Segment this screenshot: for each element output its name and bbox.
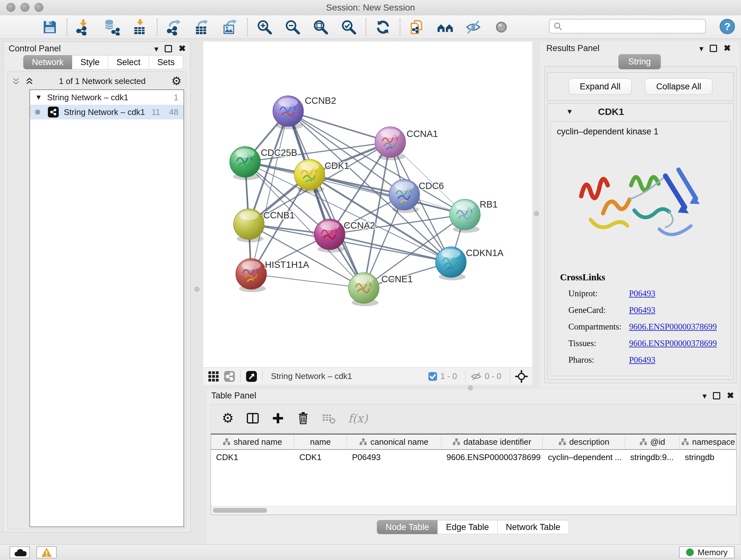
control-panel-close-icon[interactable]: ✖	[179, 44, 186, 53]
zoom-fit-button[interactable]	[307, 17, 335, 37]
zoom-out-button[interactable]	[279, 17, 307, 37]
table-cell[interactable]: 9606.ENSP00000378699	[441, 450, 543, 464]
network-collection-row[interactable]: ▼ String Network – cdk1 1	[30, 90, 184, 105]
network-edge[interactable]	[249, 224, 364, 288]
tab-string[interactable]: String	[618, 54, 661, 69]
crosslink-link[interactable]: 9606.ENSP00000378699	[629, 318, 717, 335]
results-panel-close-icon[interactable]: ✖	[724, 44, 731, 53]
tab-edge-table[interactable]: Edge Table	[437, 520, 497, 534]
bottom-splitter-handle[interactable]	[468, 385, 473, 390]
collapse-all-button[interactable]: Collapse All	[645, 78, 712, 95]
gene-expand-icon[interactable]: ▼	[566, 108, 573, 116]
network-node-CCNA1[interactable]	[375, 127, 406, 160]
expand-all-icon[interactable]	[25, 77, 33, 85]
memory-button[interactable]: Memory	[679, 546, 735, 558]
show-all-button[interactable]	[487, 17, 515, 37]
column-header[interactable]: description	[543, 435, 625, 449]
tab-network-table[interactable]: Network Table	[497, 520, 569, 534]
table-cell[interactable]: CDK1	[211, 450, 294, 464]
right-splitter-handle[interactable]	[534, 211, 539, 216]
scrollbar-thumb[interactable]	[213, 508, 267, 513]
network-edge[interactable]	[251, 274, 364, 288]
zoom-selected-button[interactable]	[335, 17, 363, 37]
delete-column-icon[interactable]	[296, 412, 310, 425]
control-panel-float-icon[interactable]	[165, 45, 172, 52]
table-panel-float-icon[interactable]	[713, 392, 720, 399]
results-panel-float-icon[interactable]	[710, 45, 717, 52]
network-edge[interactable]	[364, 142, 390, 288]
zoom-in-button[interactable]	[251, 17, 279, 37]
network-row[interactable]: String Network – cdk1 11 48	[30, 105, 184, 119]
export-network-button[interactable]	[160, 17, 188, 37]
column-header[interactable]: shared name	[211, 435, 294, 449]
network-node-CDK1[interactable]	[294, 159, 325, 193]
save-session-button[interactable]	[36, 17, 64, 37]
hide-selected-button[interactable]	[459, 17, 487, 37]
table-cell[interactable]: cyclin–dependent ...	[543, 450, 625, 464]
column-header[interactable]: @id	[625, 435, 680, 449]
network-node-CDC25B[interactable]	[230, 146, 260, 180]
network-node-CDC6[interactable]	[389, 179, 420, 213]
column-header[interactable]: canonical name	[347, 435, 441, 449]
selected-checkbox-icon[interactable]	[428, 372, 437, 381]
network-node-CCNB1[interactable]	[233, 209, 264, 242]
network-edge[interactable]	[288, 111, 390, 142]
export-table-button[interactable]	[188, 17, 216, 37]
left-splitter-handle[interactable]	[194, 287, 199, 292]
table-row[interactable]: CDK1CDK1P064939606.ENSP00000378699cyclin…	[211, 450, 736, 464]
cloud-button[interactable]	[10, 546, 30, 558]
birdseye-view-icon[interactable]	[246, 371, 257, 382]
control-panel-menu-icon[interactable]: ▾	[154, 45, 158, 53]
expand-all-button[interactable]: Expand All	[569, 78, 632, 95]
import-network-database-button[interactable]	[98, 17, 126, 37]
table-panel-menu-icon[interactable]: ▾	[702, 392, 706, 400]
hidden-eye-icon[interactable]	[471, 372, 482, 381]
show-columns-icon[interactable]	[246, 412, 259, 425]
crosshair-icon[interactable]	[515, 370, 528, 383]
grid-mode-icon[interactable]	[208, 371, 219, 382]
network-node-CCNB2[interactable]	[273, 96, 304, 129]
table-horizontal-scrollbar[interactable]	[211, 506, 736, 515]
import-network-file-button[interactable]	[70, 17, 98, 37]
table-cell[interactable]: P06493	[347, 450, 441, 464]
network-node-CDKN1A[interactable]	[435, 247, 466, 280]
table-cell[interactable]: stringdb:9...	[625, 450, 680, 464]
warnings-button[interactable]	[37, 546, 57, 558]
crosslink-link[interactable]: 9606.ENSP00000378699	[629, 335, 717, 352]
refresh-view-button[interactable]	[369, 17, 397, 37]
tab-select[interactable]: Select	[108, 55, 149, 69]
tab-sets[interactable]: Sets	[149, 55, 183, 69]
column-header[interactable]: name	[294, 435, 347, 449]
string-home-button[interactable]	[431, 17, 459, 37]
open-session-button[interactable]	[8, 17, 36, 37]
network-view-mode-icon[interactable]	[224, 371, 235, 382]
collapse-all-icon[interactable]	[12, 77, 20, 85]
import-table-file-button[interactable]	[126, 17, 154, 37]
results-panel-menu-icon[interactable]: ▾	[699, 44, 703, 53]
network-edge[interactable]	[251, 111, 288, 274]
collection-expand-icon[interactable]: ▼	[35, 93, 42, 102]
network-options-gear-icon[interactable]: ⚙	[172, 75, 182, 87]
table-cell[interactable]: stringdb	[680, 450, 737, 464]
network-canvas[interactable]: CCNB2CCNA1CDC25BCDK1CDC6RB1CCNB1CCNA2CDK…	[203, 42, 532, 367]
help-button[interactable]: ?	[719, 18, 735, 35]
table-panel-close-icon[interactable]: ✖	[727, 391, 734, 400]
network-node-CCNA2[interactable]	[314, 219, 345, 253]
table-options-gear-icon[interactable]: ⚙	[222, 412, 234, 425]
network-node-CCNE1[interactable]	[348, 273, 379, 306]
add-column-icon[interactable]	[272, 412, 284, 425]
tab-style[interactable]: Style	[72, 55, 108, 69]
column-header[interactable]: database identifier	[441, 435, 543, 449]
toolbar-search[interactable]	[549, 19, 706, 34]
table-cell[interactable]: CDK1	[294, 450, 347, 464]
crosslink-link[interactable]: P06493	[629, 302, 656, 318]
tab-network[interactable]: Network	[23, 55, 72, 69]
export-image-button[interactable]	[216, 17, 245, 37]
clone-network-button[interactable]	[403, 17, 431, 37]
crosslink-link[interactable]: P06493	[629, 285, 656, 302]
node-table[interactable]: shared namenamecanonical namedatabase id…	[211, 434, 737, 515]
network-node-HIST1H1A[interactable]	[236, 259, 266, 292]
tab-node-table[interactable]: Node Table	[377, 520, 437, 534]
crosslink-link[interactable]: P06493	[629, 352, 656, 368]
column-header[interactable]: namespace	[680, 435, 737, 449]
